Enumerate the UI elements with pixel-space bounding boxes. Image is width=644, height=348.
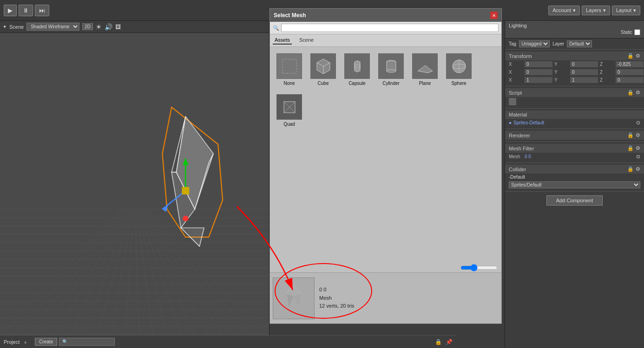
mesh-sphere[interactable]: Sphere <box>444 52 473 88</box>
collider-default-row: -Default <box>505 174 644 180</box>
mesh-target-icon[interactable]: ⊙ <box>636 154 640 160</box>
sprites-select[interactable]: Sprites/Default <box>509 181 640 188</box>
layout-dropdown[interactable]: Layout ▾ <box>612 6 640 15</box>
material-section: Material ● Sprites-Default ⊙ <box>505 109 644 129</box>
search-icon: 🔍 <box>273 25 279 31</box>
mesh-sphere-label: Sphere <box>451 81 466 86</box>
inspector-panel: Lighting Static Tag Untagged Layer Defau… <box>505 21 644 348</box>
pause-button[interactable]: ⏸ <box>19 5 33 16</box>
script-gear-icon[interactable]: ⚙ <box>636 90 640 96</box>
svg-marker-29 <box>294 294 301 308</box>
mesh-sphere-thumb <box>446 53 472 79</box>
preview-size-slider[interactable] <box>460 264 498 271</box>
mesh-quad-thumb <box>276 94 302 120</box>
scene-viewport[interactable] <box>0 33 269 336</box>
layer-label: Layer <box>552 41 564 46</box>
mesh-cylinder-thumb <box>378 53 404 79</box>
layers-dropdown[interactable]: Layers ▾ <box>582 6 610 15</box>
mesh-cube-thumb <box>310 53 336 79</box>
project-search-input[interactable] <box>59 338 115 346</box>
mesh-capsule[interactable]: Capsule <box>342 52 372 88</box>
project-pin-icon[interactable]: 📌 <box>446 339 453 345</box>
script-row <box>505 97 644 106</box>
static-checkbox[interactable] <box>634 29 640 35</box>
mesh-cylinder-label: Cylinder <box>382 81 400 86</box>
lighting-title: Lighting <box>509 23 527 28</box>
modal-search: 🔍 <box>270 22 501 34</box>
project-expand-icon[interactable]: ▲ <box>23 340 27 344</box>
preview-stats: 12 verts, 20 tris <box>319 302 354 310</box>
mesh-quad-label: Quad <box>283 122 295 127</box>
mesh-filter-heading: Mesh Filter 🔒 ⚙ <box>505 144 644 153</box>
mesh-value-row: Mesh 0 0 ⊙ <box>505 153 644 161</box>
modal-close-button[interactable]: ✕ <box>490 12 498 19</box>
mesh-plane-thumb <box>412 53 438 79</box>
rot-row: X Y Z <box>505 68 644 76</box>
preview-info: 0 0 Mesh 12 verts, 20 tris <box>319 286 354 310</box>
rot-x-input[interactable] <box>525 69 552 75</box>
play-button[interactable]: ▶ <box>4 5 17 16</box>
static-label: Static <box>621 30 632 35</box>
mesh-cube[interactable]: Cube <box>309 52 338 88</box>
script-heading: Script 🔒 ⚙ <box>505 88 644 97</box>
sprites-default-row: Sprites/Default <box>505 180 644 189</box>
mesh-cube-label: Cube <box>318 81 329 86</box>
mesh-filter-gear-icon[interactable]: ⚙ <box>636 145 640 151</box>
scale-z-input[interactable] <box>616 77 644 83</box>
mesh-filter-lock-icon[interactable]: 🔒 <box>627 145 634 151</box>
preview-coords: 0 0 <box>319 286 354 294</box>
transform-lock-icon[interactable]: 🔒 <box>627 53 634 59</box>
create-button[interactable]: Create <box>35 338 57 346</box>
collider-lock-icon[interactable]: 🔒 <box>627 166 634 172</box>
mesh-cylinder[interactable]: Cylinder <box>376 52 406 88</box>
project-lock-icon[interactable]: 🔒 <box>435 339 442 345</box>
script-section: Script 🔒 ⚙ <box>505 86 644 109</box>
tag-select[interactable]: Untagged <box>519 40 550 47</box>
sun-icon[interactable]: ☀ <box>96 23 102 31</box>
material-dot: ● <box>509 120 512 125</box>
modal-slider-area <box>270 263 501 272</box>
rot-y-input[interactable] <box>570 69 598 75</box>
lighting-panel: Lighting Static <box>505 21 644 39</box>
renderer-gear-icon[interactable]: ⚙ <box>636 132 640 138</box>
tab-assets[interactable]: Assets <box>273 36 292 45</box>
2d-button[interactable]: 2D <box>82 23 93 30</box>
scale-x-input[interactable] <box>525 77 552 83</box>
modal-preview: 0 0 Mesh 12 verts, 20 tris <box>270 272 501 323</box>
material-target-icon[interactable]: ⊙ <box>636 120 640 126</box>
account-dropdown[interactable]: Account ▾ <box>548 6 580 15</box>
add-component-button[interactable]: Add Component <box>546 195 603 206</box>
layer-select[interactable]: Default <box>567 40 592 47</box>
renderer-lock-icon[interactable]: 🔒 <box>627 132 634 138</box>
image-icon[interactable]: 🖼 <box>115 24 121 30</box>
scene-toolbar: ✦ Scene Shaded Wireframe 2D ☀ 🔊 🖼 <box>0 21 269 33</box>
rot-z-input[interactable] <box>616 69 644 75</box>
modal-title: Select Mesh <box>274 12 306 19</box>
renderer-label: Renderer <box>509 133 530 138</box>
select-mesh-modal: Select Mesh ✕ 🔍 Assets Scene None <box>269 8 502 324</box>
search-input[interactable] <box>281 24 499 32</box>
mesh-plane[interactable]: Plane <box>410 52 440 88</box>
view-mode-select[interactable]: Shaded Wireframe <box>26 23 79 31</box>
modal-tabs: Assets Scene <box>270 34 501 47</box>
collider-gear-icon[interactable]: ⚙ <box>636 166 640 172</box>
material-value: Sprites-Default <box>513 120 544 125</box>
mesh-none[interactable]: None <box>275 52 304 88</box>
audio-icon[interactable]: 🔊 <box>105 23 112 31</box>
mesh-plane-label: Plane <box>419 81 431 86</box>
pos-z-input[interactable]: -0.825 <box>616 61 644 67</box>
pos-y-input[interactable]: 0 <box>570 61 598 67</box>
script-lock-icon[interactable]: 🔒 <box>627 90 634 96</box>
svg-point-11 <box>387 70 396 72</box>
tag-label: Tag <box>509 41 516 46</box>
pos-x-input[interactable]: 0 <box>525 61 552 67</box>
scale-y-input[interactable] <box>570 77 598 83</box>
tab-scene[interactable]: Scene <box>297 36 315 45</box>
scene-title: Scene <box>9 24 24 30</box>
transform-gear-icon[interactable]: ⚙ <box>636 53 640 59</box>
mesh-quad[interactable]: Quad <box>275 92 304 129</box>
pos-row: X 0 Y 0 Z -0.825 <box>505 60 644 68</box>
project-panel-header: Project ▲ Create 🔒 📌 <box>0 335 456 348</box>
step-button[interactable]: ⏭ <box>35 5 49 16</box>
preview-thumb <box>273 277 315 319</box>
